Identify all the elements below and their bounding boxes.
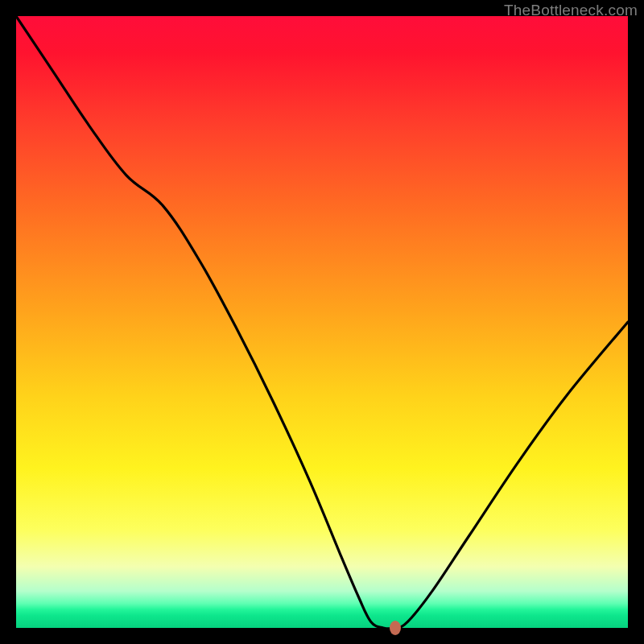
- chart-frame: TheBottleneck.com: [0, 0, 644, 644]
- chart-plot-area: [16, 16, 628, 628]
- optimum-marker: [390, 621, 401, 635]
- bottleneck-curve: [16, 16, 628, 628]
